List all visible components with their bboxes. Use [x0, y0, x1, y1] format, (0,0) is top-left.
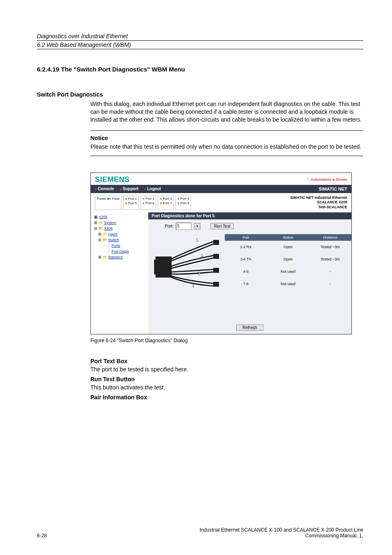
- doc-header-line2: 6.2 Web Based Management (WBM): [37, 41, 363, 48]
- cell-status: Not used: [267, 278, 309, 290]
- head-pair: Pair: [225, 234, 267, 241]
- menu-support[interactable]: Support: [120, 187, 138, 191]
- led-grey-icon: ■: [125, 197, 127, 200]
- port-status-col-1: ■ Port 1 ■ Port 5: [123, 196, 139, 210]
- menu-logout[interactable]: Logout: [144, 187, 161, 191]
- middle-row: 1 2 3 4 Pair Status Distance: [148, 234, 351, 296]
- svg-rect-4: [213, 268, 219, 273]
- power-row: Power ■■ Fault: [97, 197, 120, 200]
- section-heading: 6.2.4.19 The "Switch Port Diagnostics" W…: [37, 66, 363, 73]
- tree-system-link[interactable]: System: [104, 221, 116, 225]
- info-line3: Test-SCALANCE: [290, 205, 347, 210]
- port-status-table: Power ■■ Fault ■ Port 1 ■ Port 5 ■ Port …: [95, 196, 191, 210]
- svg-rect-1: [154, 260, 157, 274]
- info-line1: SIMATIC NET Industrial Ethernet: [290, 196, 347, 200]
- head-status: Status: [267, 234, 309, 241]
- port-label: Port:: [165, 224, 173, 228]
- table-row: 1-2 RX Open Tested ~3m: [225, 241, 351, 253]
- menu-console[interactable]: Console: [95, 187, 114, 191]
- controls-row: Port: 5 ▼ Run Test: [148, 219, 351, 234]
- doc-header-line1: Diagnostics over Industrial Ethernet: [37, 33, 363, 41]
- led-grey-icon: ■: [160, 197, 162, 200]
- port-dropdown-button[interactable]: ▼: [194, 223, 201, 230]
- tree-agent-link[interactable]: Agent: [108, 232, 118, 236]
- refresh-row: Refresh: [148, 296, 351, 334]
- subheading-switch-port-diagnostics: Switch Port Diagnostics: [37, 91, 363, 98]
- led-grey-icon: ■: [143, 197, 145, 200]
- run-test-button[interactable]: Run Test: [210, 223, 234, 229]
- cell-pair: 4-5: [225, 265, 267, 278]
- tree-system[interactable]: ⊞ 📁 System: [92, 220, 147, 226]
- tree-statistics[interactable]: ⊞ 📁 Statistics: [92, 254, 147, 260]
- footer-right: Industrial Ethernet SCALANCE X-100 and S…: [37, 527, 363, 539]
- tree-x208[interactable]: ⊟ 📂 X208: [92, 226, 147, 231]
- cell-pair: 3-6 TX: [225, 253, 267, 265]
- port-text-box-title: Port Text Box: [90, 358, 363, 364]
- svg-rect-2: [213, 240, 219, 245]
- tree-agent[interactable]: ⊞ 📁 Agent: [92, 231, 147, 237]
- footer-page-number: 6-28: [37, 533, 47, 539]
- port4-row: ■ Port 4: [178, 197, 189, 200]
- paragraph-intro: With this dialog, each individual Ethern…: [90, 100, 363, 124]
- tree-port-diags-link[interactable]: Port Diags: [112, 249, 129, 253]
- port3-row: ■ Port 3: [160, 197, 171, 200]
- screenshot-menubar: Console Support Logout SIMATIC NET: [91, 185, 351, 193]
- screenshot-body: ▦ X208 ⊞ 📁 System ⊟ 📂 X208 ⊞ 📁 Agent ⊟ 📂…: [91, 212, 351, 334]
- cell-pair: 1-2 RX: [225, 241, 267, 253]
- run-test-button-title: Run Test Button: [90, 376, 363, 382]
- main-panel: Port Diagnostics done for Port 5 Port: 5…: [148, 212, 351, 334]
- pair-info-box-title: Pair Information Box: [90, 394, 363, 401]
- diagram-label-4: 4: [192, 284, 194, 288]
- tree-switch-link[interactable]: Switch: [108, 238, 119, 242]
- port-status-col-2: ■ Port 2 ■ Port 6: [141, 196, 156, 210]
- port-input[interactable]: 5: [176, 223, 191, 230]
- table-row: 4-5 Not used -: [225, 265, 351, 278]
- tree-ports-link[interactable]: Ports: [112, 244, 120, 248]
- cell-distance: -: [309, 278, 351, 290]
- led-orange-icon: ■: [125, 201, 127, 205]
- diagram-label-2: 2: [201, 253, 203, 258]
- tree-root[interactable]: ▦ X208: [92, 214, 147, 220]
- tree-ports[interactable]: · 📄 Ports: [92, 243, 147, 249]
- port2-row: ■ Port 2: [143, 197, 154, 200]
- cell-distance: Tested ~3m: [309, 253, 351, 265]
- svg-rect-3: [213, 254, 219, 259]
- notice-text: Please note that this test is permitted …: [90, 143, 363, 151]
- automation-drives-label: Automation & Drives: [308, 177, 347, 182]
- port8-row: ■ Port 8: [178, 201, 189, 205]
- menubar-left: Console Support Logout: [95, 187, 161, 191]
- port-status-col-4: ■ Port 4 ■ Port 8: [175, 196, 191, 210]
- footer-right-line1: Industrial Ethernet SCALANCE X-100 and S…: [37, 527, 363, 533]
- table-row: 3-6 TX Open Tested ~3m: [225, 253, 351, 265]
- cell-status: Open: [267, 253, 309, 265]
- cell-status: Not used: [267, 265, 309, 278]
- simatic-net-label: SIMATIC NET: [319, 187, 347, 191]
- tree-root-link[interactable]: X208: [99, 215, 108, 219]
- diagram-label-3: 3: [198, 272, 201, 276]
- figure-caption: Figure 6-24 "Switch Port Diagnostics" Di…: [90, 338, 363, 343]
- nav-tree: ▦ X208 ⊞ 📁 System ⊟ 📂 X208 ⊞ 📁 Agent ⊟ 📂…: [91, 212, 148, 334]
- run-test-button-text: This button activates the test.: [90, 384, 363, 391]
- tree-switch[interactable]: ⊟ 📂 Switch: [92, 237, 147, 243]
- table-row: 7-8 Not used -: [225, 278, 351, 290]
- document-header: Diagnostics over Industrial Ethernet 6.2…: [37, 33, 363, 49]
- tree-statistics-link[interactable]: Statistics: [108, 255, 123, 259]
- siemens-logo: SIEMENS: [95, 175, 130, 184]
- led-grey-icon: ■: [178, 197, 180, 200]
- cable-diagram: 1 2 3 4: [148, 234, 225, 296]
- tree-x208-link[interactable]: X208: [104, 226, 113, 230]
- notice-title: Notice: [90, 135, 363, 141]
- refresh-button[interactable]: Refresh: [236, 325, 263, 331]
- diagram-label-1: 1: [196, 238, 198, 242]
- lower-body: Port Text Box The port to be tested is s…: [90, 358, 363, 401]
- tree-port-diags[interactable]: · 📄 Port Diags: [92, 249, 147, 254]
- port6-row: ■ Port 6: [143, 201, 154, 205]
- info-right: SIMATIC NET Industrial Ethernet SCALANCE…: [290, 196, 347, 210]
- cell-pair: 7-8: [225, 278, 267, 290]
- led-grey-icon: ■: [109, 197, 111, 200]
- port-value: 5: [177, 224, 180, 228]
- diagnostics-table: Pair Status Distance 1-2 RX Open Tested …: [225, 234, 351, 296]
- led-grey-icon: ■: [178, 201, 180, 205]
- diag-table-head: Pair Status Distance: [225, 234, 351, 241]
- port-status-col-3: ■ Port 3 ■ Port 7: [158, 196, 173, 210]
